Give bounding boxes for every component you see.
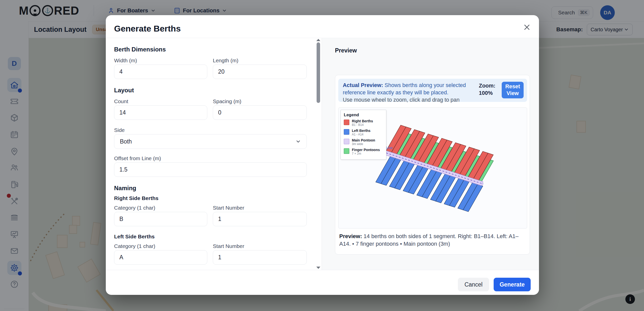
legend-item: Main Pontoon3m wide <box>344 138 386 146</box>
legend-title: Legend <box>344 112 386 118</box>
preview-canvas[interactable]: Reference Line Legend Right BerthsB1 - B… <box>338 107 527 229</box>
preview-info-box: Actual Preview: Shows berths along your … <box>338 79 527 102</box>
preview-info-text: Actual Preview: Shows berths along your … <box>343 82 479 99</box>
info-sub: Use mouse wheel to zoom, click and drag … <box>343 97 460 103</box>
close-icon <box>523 23 531 31</box>
summary-text: 14 berths on both sides of 1 segment. Ri… <box>339 233 519 247</box>
right-start-input[interactable] <box>213 212 307 226</box>
side-select[interactable]: Both <box>114 134 307 149</box>
left-start-label: Start Number <box>213 243 244 249</box>
legend-sublabel: 7 × 2m <box>352 152 380 156</box>
side-label: Side <box>114 127 125 133</box>
right-side-berths-heading: Right Side Berths <box>114 195 158 201</box>
info-bold: Actual Preview: <box>343 82 383 88</box>
section-berth-dimensions: Berth Dimensions <box>114 46 166 53</box>
spacing-label: Spacing (m) <box>213 98 241 104</box>
side-value: Both <box>120 138 132 145</box>
cancel-button[interactable]: Cancel <box>458 278 489 291</box>
scrollbar-thumb[interactable] <box>317 42 320 103</box>
legend-sublabel: B1 - B14 <box>352 123 373 127</box>
preview-panel: Preview Actual Preview: Shows berths alo… <box>322 38 539 270</box>
spacing-input[interactable] <box>213 105 307 120</box>
left-side-berths-heading: Left Side Berths <box>114 234 155 240</box>
generate-button[interactable]: Generate <box>494 278 531 291</box>
section-layout: Layout <box>114 87 134 94</box>
preview-card: Actual Preview: Shows berths along your … <box>335 75 530 255</box>
scroll-down-button[interactable] <box>316 267 320 269</box>
right-category-label: Category (1 char) <box>114 205 155 211</box>
legend-swatch <box>344 148 349 154</box>
generate-berths-modal: Generate Berths Berth Dimensions Width (… <box>106 15 539 295</box>
offset-label: Offset from Line (m) <box>114 155 161 161</box>
length-input[interactable] <box>213 65 307 79</box>
section-naming: Naming <box>114 185 136 192</box>
legend-swatch <box>344 139 349 144</box>
legend-item: Finger Pontoons7 × 2m <box>344 148 386 156</box>
diagram-legend: Legend Right BerthsB1 - B14Left BerthsA1… <box>341 110 386 160</box>
legend-sublabel: 3m wide <box>352 142 375 146</box>
scroll-up-button[interactable] <box>316 39 320 41</box>
zoom-value: 100% <box>479 90 493 96</box>
legend-label: Finger Pontoons <box>352 148 380 152</box>
left-category-label: Category (1 char) <box>114 243 155 249</box>
summary-bold: Preview: <box>339 233 362 239</box>
chevron-down-icon <box>295 139 301 144</box>
preview-summary: Preview: 14 berths on both sides of 1 se… <box>339 233 526 248</box>
length-label: Length (m) <box>213 58 239 64</box>
legend-sublabel: A1 - A14 <box>352 133 370 136</box>
width-label: Width (m) <box>114 58 137 64</box>
reset-view-button[interactable]: Reset View <box>502 82 524 98</box>
offset-input[interactable] <box>114 162 307 177</box>
legend-swatch <box>344 120 349 125</box>
modal-title: Generate Berths <box>114 24 181 34</box>
legend-item: Left BerthsA1 - A14 <box>344 129 386 136</box>
legend-label: Main Pontoon <box>352 138 375 142</box>
close-button[interactable] <box>522 22 532 32</box>
left-category-input[interactable] <box>114 250 207 265</box>
legend-label: Left Berths <box>352 129 370 133</box>
right-category-input[interactable] <box>114 212 207 226</box>
count-label: Count <box>114 98 128 104</box>
zoom-label: Zoom: <box>479 83 495 89</box>
count-input[interactable] <box>114 105 207 120</box>
zoom-readout: Zoom: 100% <box>479 82 502 99</box>
legend-label: Right Berths <box>352 119 373 123</box>
width-input[interactable] <box>114 65 207 79</box>
legend-swatch <box>344 129 349 135</box>
left-start-input[interactable] <box>213 250 307 265</box>
right-start-label: Start Number <box>213 205 244 211</box>
form-scrollbar[interactable] <box>316 38 321 269</box>
modal-footer: Cancel Generate <box>106 270 539 295</box>
preview-heading: Preview <box>335 47 357 54</box>
legend-item: Right BerthsB1 - B14 <box>344 119 386 127</box>
